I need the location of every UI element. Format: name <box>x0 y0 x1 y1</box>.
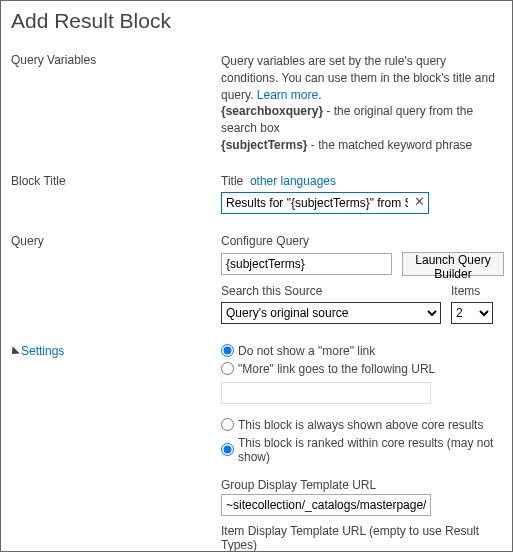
collapse-caret-icon[interactable] <box>8 346 19 357</box>
items-select[interactable]: 2 <box>451 302 493 324</box>
more-none-radio[interactable] <box>221 344 234 357</box>
qv-var1-name: {searchboxquery} <box>221 104 323 118</box>
search-source-select[interactable]: Query's original source <box>221 302 441 324</box>
group-template-label: Group Display Template URL <box>221 478 502 492</box>
settings-toggle[interactable]: Settings <box>21 344 64 358</box>
block-title-input[interactable] <box>221 192 429 214</box>
search-source-label: Search this Source <box>221 284 441 298</box>
pos-within-label: This block is ranked within core results… <box>238 436 502 464</box>
qv-desc-suffix: . <box>318 88 321 102</box>
learn-more-link[interactable]: Learn more <box>257 88 318 102</box>
clear-icon[interactable]: ✕ <box>414 194 425 209</box>
other-languages-link[interactable]: other languages <box>250 174 336 188</box>
more-url-label: "More" link goes to the following URL <box>238 362 435 376</box>
query-variables-heading: Query Variables <box>11 53 221 67</box>
pos-above-radio[interactable] <box>221 418 234 431</box>
configure-query-label: Configure Query <box>221 234 504 248</box>
more-url-radio[interactable] <box>221 362 234 375</box>
title-label: Title <box>221 174 243 188</box>
page-title: Add Result Block <box>11 9 502 33</box>
qv-var2-desc: - the matched keyword phrase <box>307 138 472 152</box>
group-template-input[interactable] <box>221 494 431 516</box>
query-heading: Query <box>11 234 221 248</box>
more-url-input[interactable] <box>221 382 431 404</box>
items-label: Items <box>451 284 493 298</box>
pos-within-radio[interactable] <box>221 443 234 456</box>
more-none-label: Do not show a "more" link <box>238 344 375 358</box>
block-title-heading: Block Title <box>11 174 221 188</box>
pos-above-label: This block is always shown above core re… <box>238 418 483 432</box>
configure-query-input[interactable] <box>221 253 392 275</box>
item-template-label: Item Display Template URL (empty to use … <box>221 524 502 552</box>
qv-var2-name: {subjectTerms} <box>221 138 307 152</box>
launch-query-builder-button[interactable]: Launch Query Builder <box>402 252 505 276</box>
